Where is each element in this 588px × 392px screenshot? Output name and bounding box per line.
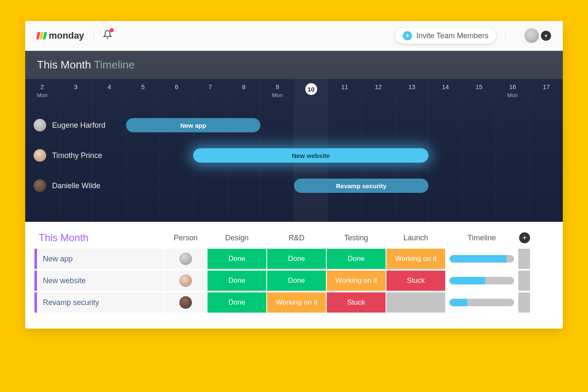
timeline-panel: This Month Timeline 2Mon3456789Mon101112…: [25, 51, 563, 222]
status-cell[interactable]: Stuck: [386, 271, 445, 291]
app-window: monday + Invite Team Members ▾ This Mont…: [25, 21, 563, 329]
progress-cell[interactable]: [446, 292, 517, 313]
avatar-icon: [34, 149, 46, 162]
col-design: Design: [207, 234, 266, 242]
col-person: Person: [165, 234, 207, 242]
timeline-person: Timothy Prince: [25, 149, 147, 162]
header-divider: [505, 30, 506, 42]
status-cell[interactable]: Working on it: [386, 249, 445, 269]
avatar-icon: [179, 274, 192, 287]
timeline-row: Danielle WildeRevamp security: [25, 171, 563, 201]
col-timeline: Timeline: [446, 234, 517, 242]
user-avatar-menu[interactable]: ▾: [524, 28, 551, 43]
col-launch: Launch: [386, 234, 445, 242]
invite-team-button[interactable]: + Invite Team Members: [395, 28, 496, 44]
status-cell[interactable]: Stuck: [327, 292, 386, 313]
brand-name: monday: [49, 30, 84, 41]
logo-mark-icon: [37, 32, 46, 39]
chevron-down-icon: ▾: [541, 31, 551, 41]
plus-icon: +: [403, 31, 412, 40]
status-cell[interactable]: Done: [327, 249, 386, 269]
timeline-row: Timothy PrinceNew website: [25, 140, 563, 171]
avatar-icon: [179, 296, 192, 309]
status-cell[interactable]: Done: [267, 249, 326, 269]
progress-cell[interactable]: [446, 271, 517, 291]
status-cell[interactable]: Done: [207, 292, 266, 313]
person-name: Danielle Wilde: [52, 182, 100, 190]
row-end-stub: [518, 271, 530, 291]
section-title: This Month: [34, 232, 164, 244]
table-rows: New appDoneDoneDoneWorking on itNew webs…: [34, 249, 554, 313]
avatar-icon: [34, 179, 46, 192]
col-testing: Testing: [327, 234, 386, 242]
table-row: Revamp securityDoneWorking on itStuck: [34, 292, 554, 313]
table-header: This Month Person Design R&D Testing Lau…: [34, 232, 554, 244]
timeline-row: Eugene HarfordNew app: [25, 110, 563, 140]
row-name[interactable]: Revamp security: [34, 292, 164, 313]
timeline-rows: Eugene HarfordNew appTimothy PrinceNew w…: [25, 110, 563, 201]
table-row: New websiteDoneDoneWorking on itStuck: [34, 271, 554, 291]
table-row: New appDoneDoneDoneWorking on it: [34, 249, 554, 269]
timeline-body: 2Mon3456789Mon10111213141516Mon17 Eugene…: [25, 79, 563, 222]
avatar-icon: [34, 119, 46, 132]
status-cell[interactable]: Working on it: [267, 292, 326, 313]
timeline-bar[interactable]: New website: [193, 148, 428, 163]
title-main: This Month: [37, 58, 91, 71]
timeline-bar[interactable]: New app: [126, 118, 260, 132]
status-cell[interactable]: Done: [207, 271, 266, 291]
status-cell[interactable]: Working on it: [327, 271, 386, 291]
bar-track: New website: [147, 148, 563, 163]
bar-track: Revamp security: [147, 179, 563, 193]
col-rd: R&D: [267, 234, 326, 242]
header-divider: [93, 30, 94, 42]
status-cell[interactable]: [386, 292, 445, 313]
title-suffix: Timeline: [94, 58, 134, 71]
add-column-button[interactable]: +: [519, 232, 530, 243]
timeline-person: Danielle Wilde: [25, 179, 147, 192]
avatar-icon: [524, 28, 539, 43]
brand-logo[interactable]: monday: [37, 30, 84, 41]
row-name[interactable]: New website: [34, 271, 164, 291]
notifications-bell-icon[interactable]: [103, 30, 112, 42]
row-end-stub: [518, 292, 530, 313]
progress-fill: [449, 277, 485, 284]
person-cell[interactable]: [165, 271, 207, 291]
person-cell[interactable]: [165, 249, 207, 269]
top-header: monday + Invite Team Members ▾: [25, 21, 563, 51]
timeline-bar[interactable]: Revamp security: [294, 179, 428, 193]
progress-fill: [449, 299, 467, 306]
progress-track: [449, 277, 514, 284]
status-cell[interactable]: Done: [267, 271, 326, 291]
progress-fill: [449, 255, 507, 263]
invite-label: Invite Team Members: [416, 32, 488, 40]
person-name: Timothy Prince: [52, 151, 102, 160]
person-name: Eugene Harford: [52, 121, 105, 130]
person-cell[interactable]: [165, 292, 207, 313]
row-end-stub: [518, 249, 530, 269]
progress-track: [449, 299, 514, 306]
row-name[interactable]: New app: [34, 249, 164, 269]
table-section: This Month Person Design R&D Testing Lau…: [25, 222, 563, 329]
progress-cell[interactable]: [446, 249, 517, 269]
status-cell[interactable]: Done: [207, 249, 266, 269]
avatar-icon: [179, 253, 192, 265]
bar-track: New app: [147, 118, 563, 132]
timeline-title: This Month Timeline: [25, 51, 563, 79]
progress-track: [449, 255, 514, 263]
